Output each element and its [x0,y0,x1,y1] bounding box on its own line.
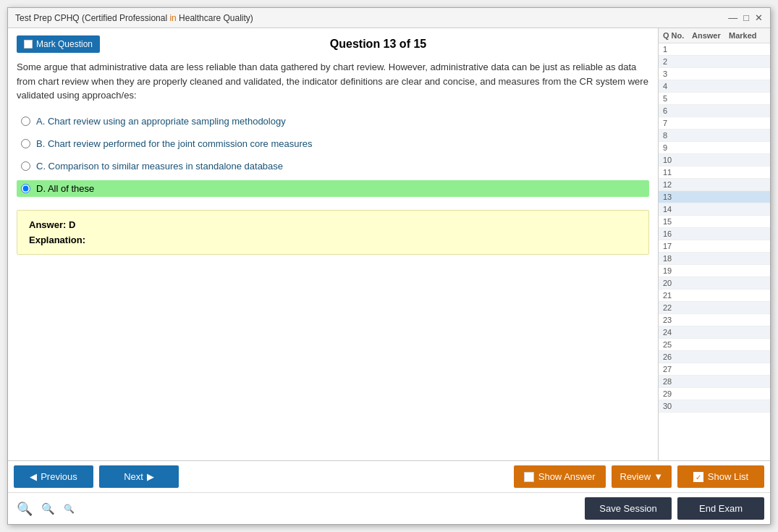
minimize-icon[interactable]: — [728,12,737,23]
app-title: Test Prep CPHQ (Certified Professional i… [15,13,253,23]
next-button[interactable]: Next ▶ [99,465,179,488]
option-c-radio[interactable] [21,161,30,171]
question-list-row[interactable]: 24 [659,326,770,339]
option-b[interactable]: B. Chart review performed for the joint … [17,135,649,152]
navigation-row: ◀ Previous Next ▶ Show Answer Review ▼ ✓… [8,461,770,493]
question-list-row[interactable]: 23 [659,314,770,326]
review-button[interactable]: Review ▼ [612,465,672,488]
zoom-controls: 🔍 🔍 🔍 [14,499,77,518]
question-text: Some argue that administrative data are … [17,60,649,103]
zoom-out-button[interactable]: 🔍 [14,499,35,518]
question-list-row[interactable]: 4 [659,80,770,93]
question-list[interactable]: 1234567891011121314151617181920212223242… [659,43,770,460]
show-list-button[interactable]: ✓ Show List [677,465,764,488]
question-list-row[interactable]: 14 [659,203,770,216]
left-panel: Mark Question Question 13 of 15 Some arg… [8,28,658,460]
bottom-bar: ◀ Previous Next ▶ Show Answer Review ▼ ✓… [8,460,770,524]
question-list-header: Q No. Answer Marked [659,28,770,43]
previous-button[interactable]: ◀ Previous [14,465,93,488]
end-exam-button[interactable]: End Exam [677,497,764,520]
question-list-row[interactable]: 8 [659,130,770,142]
question-list-row[interactable]: 17 [659,240,770,253]
main-content: Mark Question Question 13 of 15 Some arg… [8,28,770,460]
title-bar: Test Prep CPHQ (Certified Professional i… [8,8,770,28]
question-list-row[interactable]: 6 [659,105,770,117]
option-d[interactable]: D. All of these [17,180,649,197]
question-list-row[interactable]: 2 [659,56,770,68]
question-list-row[interactable]: 25 [659,339,770,351]
question-list-row[interactable]: 20 [659,277,770,290]
option-a[interactable]: A. Chart review using an appropriate sam… [17,113,649,130]
question-list-row[interactable]: 21 [659,290,770,302]
question-list-row[interactable]: 9 [659,142,770,154]
mark-question-button[interactable]: Mark Question [17,35,100,53]
zoom-in-button[interactable]: 🔍 [61,502,77,515]
question-list-row[interactable]: 27 [659,363,770,376]
question-list-row[interactable]: 5 [659,93,770,105]
options-list: A. Chart review using an appropriate sam… [17,113,649,197]
question-list-row[interactable]: 18 [659,253,770,265]
app-window: Test Prep CPHQ (Certified Professional i… [7,7,771,525]
explanation-label: Explanation: [29,235,637,245]
option-d-radio[interactable] [21,184,30,193]
save-session-button[interactable]: Save Session [585,497,672,520]
question-list-row[interactable]: 3 [659,68,770,80]
right-panel: Q No. Answer Marked 12345678910111213141… [658,28,770,460]
option-b-radio[interactable] [21,139,30,148]
question-list-row[interactable]: 7 [659,117,770,130]
question-list-row[interactable]: 10 [659,154,770,166]
option-a-radio[interactable] [21,117,30,126]
show-answer-button[interactable]: Show Answer [514,465,606,488]
next-arrow-icon: ▶ [147,471,154,482]
prev-arrow-icon: ◀ [30,471,37,482]
header-row: Mark Question Question 13 of 15 [17,35,649,53]
question-list-row[interactable]: 22 [659,302,770,314]
session-row: 🔍 🔍 🔍 Save Session End Exam [8,493,770,524]
question-list-row[interactable]: 11 [659,166,770,179]
question-list-row[interactable]: 15 [659,216,770,228]
window-controls: — □ ✕ [728,12,763,23]
question-list-row[interactable]: 29 [659,388,770,400]
question-list-row[interactable]: 16 [659,228,770,240]
review-dropdown-icon: ▼ [654,471,663,482]
answer-label: Answer: D [29,219,637,230]
restore-icon[interactable]: □ [743,12,749,23]
question-list-row[interactable]: 28 [659,376,770,388]
question-list-row[interactable]: 13 [659,191,770,203]
close-icon[interactable]: ✕ [755,12,763,23]
option-c[interactable]: C. Comparison to similar measures in sta… [17,158,649,174]
question-list-row[interactable]: 12 [659,179,770,191]
answer-box: Answer: D Explanation: [17,210,649,255]
question-list-row[interactable]: 19 [659,265,770,277]
question-title: Question 13 of 15 [107,38,649,51]
question-list-row[interactable]: 1 [659,43,770,56]
question-list-row[interactable]: 30 [659,400,770,413]
zoom-reset-button[interactable]: 🔍 [38,501,58,517]
question-list-row[interactable]: 26 [659,351,770,363]
